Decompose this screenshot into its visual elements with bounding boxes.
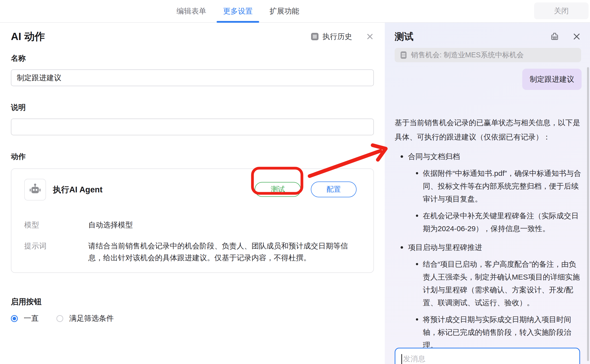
radio-circle: [56, 315, 63, 322]
user-message-bubble: 制定跟进建议: [522, 69, 582, 90]
ai-bullet-section-title: 合同与文档归档: [408, 150, 582, 163]
test-panel: 测试 销售机会: 制造业MES系统中标机会 制定跟进建议: [385, 23, 590, 364]
chat-input-placeholder: 发消息: [403, 355, 425, 363]
model-value: 自动选择模型: [88, 219, 362, 231]
execution-history-button[interactable]: 执行历史: [311, 32, 352, 42]
ai-bullet-item: 将预计成交日期与实际成交日期纳入项目时间轴，标记已完成的销售阶段，转入实施阶段治…: [408, 313, 582, 352]
description-input[interactable]: [11, 119, 374, 135]
ai-message: 基于当前销售机会记录的已赢单状态与相关信息，以下是具体、可执行的跟进建议（仅依据…: [395, 116, 582, 364]
radio-always-label: 一直: [24, 313, 39, 324]
model-row: 模型 自动选择模型: [24, 219, 362, 231]
history-icon: [311, 33, 318, 40]
prompt-label: 提示词: [24, 240, 88, 252]
name-input[interactable]: [11, 69, 374, 86]
ai-action-editor: AI 动作 执行历史 名称 说明 动作: [0, 23, 385, 364]
action-section-label: 动作: [11, 152, 374, 162]
prompt-row: 提示词 请结合当前销售机会记录中的机会阶段、负责人、团队成员和预计成交日期等信息…: [24, 240, 362, 264]
name-label: 名称: [11, 53, 374, 63]
record-icon: [400, 51, 407, 59]
record-context-chip[interactable]: 销售机会: 制造业MES系统中标机会: [395, 48, 581, 62]
chat-input[interactable]: 发消息: [395, 348, 580, 364]
ai-bullet-item: 依据附件“中标通知书.pdf”，确保中标通知书与合同、投标文件等在内部系统完整归…: [408, 167, 582, 205]
ai-bullet-section: 合同与文档归档依据附件“中标通知书.pdf”，确保中标通知书与合同、投标文件等在…: [395, 150, 582, 235]
editor-close-icon[interactable]: [366, 33, 374, 40]
ai-bullet-section: 项目启动与里程碑推进结合“项目已启动，客户高度配合”的备注，由负责人王强牵头，制…: [395, 241, 582, 352]
tab-extensions[interactable]: 扩展功能: [270, 0, 299, 22]
history-label: 执行历史: [322, 32, 352, 42]
config-button[interactable]: 配置: [311, 182, 357, 197]
record-chip-text: 销售机会: 制造业MES系统中标机会: [411, 50, 524, 60]
agent-action-title: 执行AI Agent: [53, 179, 102, 201]
enable-button-label: 启用按钮: [11, 297, 374, 307]
radio-filter-condition[interactable]: 满足筛选条件: [56, 313, 114, 324]
top-header: 编辑表单 更多设置 扩展功能 关闭: [0, 0, 590, 23]
test-panel-title: 测试: [395, 30, 413, 43]
action-card: 执行AI Agent 测试 配置 模型 自动选择模型 提示词 请结合当前销售机会…: [11, 168, 374, 273]
editor-title-row: AI 动作 执行历史: [11, 30, 374, 43]
description-label: 说明: [11, 102, 374, 113]
radio-circle: [11, 315, 18, 322]
text-cursor: [401, 354, 402, 364]
header-tabs: 编辑表单 更多设置 扩展功能: [177, 0, 299, 22]
model-label: 模型: [24, 219, 88, 231]
enable-radio-group: 一直 满足筛选条件: [11, 313, 374, 324]
clear-chat-icon[interactable]: [550, 32, 559, 41]
ai-message-list: 合同与文档归档依据附件“中标通知书.pdf”，确保中标通知书与合同、投标文件等在…: [395, 150, 582, 364]
ai-bullet-item: 结合“项目已启动，客户高度配合”的备注，由负责人王强牵头，制定并确认MES项目的…: [408, 258, 582, 309]
tab-edit-form[interactable]: 编辑表单: [177, 0, 206, 22]
ai-message-intro: 基于当前销售机会记录的已赢单状态与相关信息，以下是具体、可执行的跟进建议（仅依据…: [395, 116, 582, 144]
test-panel-close-icon[interactable]: [572, 32, 581, 41]
radio-filter-label: 满足筛选条件: [69, 313, 114, 324]
prompt-value: 请结合当前销售机会记录中的机会阶段、负责人、团队成员和预计成交日期等信息，给出针…: [88, 240, 362, 264]
test-button[interactable]: 测试: [255, 182, 301, 197]
robot-icon: [24, 179, 46, 201]
app-window: 编辑表单 更多设置 扩展功能 关闭 AI 动作 执行历史 名称 说明 动作: [0, 0, 590, 364]
ai-bullet-item: 在机会记录中补充关键里程碑备注（实际成交日期为2024-06-29），保持信息一…: [408, 209, 582, 235]
test-panel-header: 测试: [395, 30, 581, 43]
close-window-button[interactable]: 关闭: [534, 2, 589, 19]
ai-bullet-section-title: 项目启动与里程碑推进: [408, 241, 582, 254]
page-title: AI 动作: [11, 30, 45, 43]
scrollbar-thumb[interactable]: [587, 67, 589, 361]
radio-always[interactable]: 一直: [11, 313, 39, 324]
tab-more-settings[interactable]: 更多设置: [223, 0, 253, 22]
